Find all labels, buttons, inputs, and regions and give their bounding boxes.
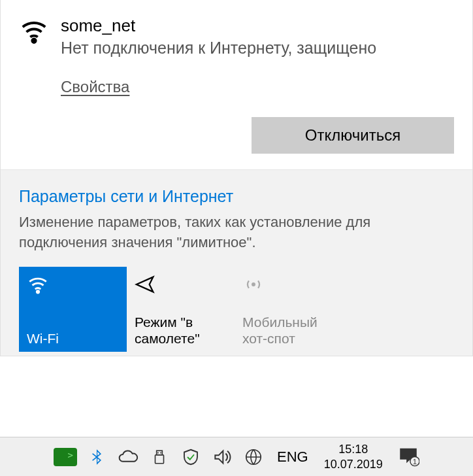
wifi-icon xyxy=(19,16,49,105)
svg-rect-3 xyxy=(157,450,163,455)
tile-wifi[interactable]: Wi-Fi xyxy=(19,267,127,352)
clock[interactable]: 15:18 10.07.2019 xyxy=(320,442,387,471)
network-ssid: some_net xyxy=(61,16,454,36)
wifi-icon xyxy=(27,273,118,297)
connection-details: some_net Нет подключения к Интернету, за… xyxy=(61,16,454,105)
onedrive-icon[interactable] xyxy=(116,445,140,469)
button-row: Отключиться xyxy=(1,117,472,169)
tile-hotspot-label: Мобильный хот-спот xyxy=(242,314,334,347)
disconnect-button[interactable]: Отключиться xyxy=(252,117,454,154)
airplane-icon xyxy=(135,273,226,297)
network-status: Нет подключения к Интернету, защищено xyxy=(61,37,454,60)
taskbar: ENG 15:18 10.07.2019 1 xyxy=(0,437,473,476)
network-flyout: some_net Нет подключения к Интернету, за… xyxy=(0,0,473,356)
tile-hotspot[interactable]: Мобильный хот-спот xyxy=(235,267,342,352)
svg-rect-4 xyxy=(155,454,164,463)
tile-airplane[interactable]: Режим "в самолете" xyxy=(127,267,235,352)
hotspot-icon xyxy=(242,273,334,297)
connected-network: some_net Нет подключения к Интернету, за… xyxy=(1,0,472,117)
network-settings-section: Параметры сети и Интернет Изменение пара… xyxy=(1,169,472,356)
usb-eject-icon[interactable] xyxy=(148,445,171,469)
svg-point-1 xyxy=(37,291,39,293)
language-indicator[interactable]: ENG xyxy=(273,449,312,466)
quick-tiles: Wi-Fi Режим "в самолете" xyxy=(19,267,454,352)
settings-description: Изменение параметров, таких как установл… xyxy=(19,212,454,253)
tile-airplane-label: Режим "в самолете" xyxy=(135,314,226,347)
svg-point-0 xyxy=(32,39,35,42)
network-tray-icon[interactable] xyxy=(242,445,265,469)
svg-point-2 xyxy=(252,284,255,286)
clock-date: 10.07.2019 xyxy=(324,457,383,472)
properties-link[interactable]: Свойства xyxy=(61,78,129,96)
bluetooth-icon[interactable] xyxy=(85,445,108,469)
tile-wifi-label: Wi-Fi xyxy=(27,330,118,347)
terminal-tray-icon[interactable] xyxy=(54,445,77,469)
security-icon[interactable] xyxy=(179,445,203,469)
svg-text:1: 1 xyxy=(413,457,417,465)
clock-time: 15:18 xyxy=(324,442,383,457)
settings-link[interactable]: Параметры сети и Интернет xyxy=(19,187,454,206)
volume-icon[interactable] xyxy=(210,445,234,469)
notifications-icon[interactable]: 1 xyxy=(397,445,419,469)
